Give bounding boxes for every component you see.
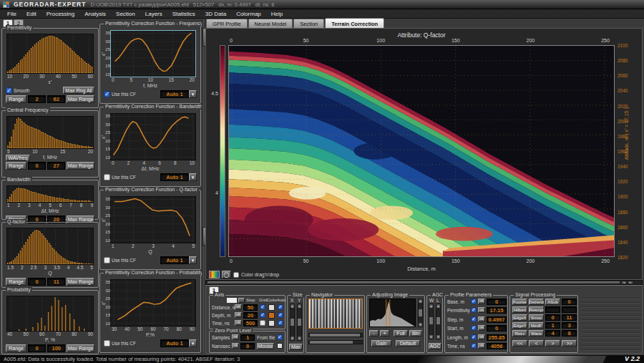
from-file-checkbox[interactable]: ✓ — [277, 334, 283, 340]
param-value[interactable]: 0 — [487, 325, 507, 331]
colorbar[interactable] — [220, 45, 225, 257]
range-high-value[interactable]: 11 — [47, 278, 65, 286]
menu-file[interactable]: File — [3, 10, 21, 18]
slider-down-arrow[interactable]: ▼ — [429, 335, 433, 339]
zoom-tool-button[interactable]: ◯ — [222, 271, 231, 279]
axis-header-input[interactable] — [227, 298, 237, 303]
full-button[interactable]: Full — [394, 330, 408, 337]
param-value[interactable]: 17.15 — [487, 307, 507, 314]
max-rng-all-button[interactable]: Max Rng All — [63, 87, 94, 94]
grid-checkbox[interactable]: ✓ — [260, 312, 265, 318]
sp-edgex[interactable]: EdgeX — [512, 314, 527, 321]
param-value[interactable]: 4056 — [487, 343, 507, 349]
gain-button[interactable]: Gain — [371, 340, 391, 347]
param-value[interactable]: 255.85 — [487, 334, 507, 341]
max-range-button[interactable]: Max Range — [67, 344, 94, 352]
range-low-value[interactable]: 0 — [28, 344, 46, 352]
sp-hilbert[interactable]: Hilbert — [512, 306, 527, 313]
use-cf-checkbox[interactable] — [104, 174, 110, 180]
max-range-button[interactable]: Max Range — [67, 95, 94, 103]
param-checkbox[interactable]: ✓ — [471, 325, 477, 331]
slider-down-arrow[interactable]: ▼ — [436, 335, 440, 339]
auto-checkbox[interactable]: ✓ — [278, 320, 283, 326]
section-plot-area[interactable] — [228, 45, 615, 257]
slider-down-arrow[interactable]: ▼ — [298, 337, 301, 340]
combo-arrow[interactable]: ▾ — [189, 256, 197, 264]
param-value[interactable]: 0.4997 — [487, 316, 507, 323]
slider-thumb[interactable] — [298, 319, 301, 326]
menu-colormap[interactable]: Colormap — [232, 10, 265, 18]
color-swatch[interactable] — [268, 320, 275, 326]
ok-button[interactable]: ok — [232, 334, 239, 340]
range-button[interactable]: Range — [6, 344, 26, 352]
range-high-value[interactable]: 100 — [47, 344, 65, 352]
auto-checkbox[interactable]: ✓ — [278, 312, 283, 318]
param-checkbox[interactable]: ✓ — [471, 316, 477, 322]
menu-section[interactable]: Section — [112, 10, 140, 18]
combo-value[interactable]: Auto 1 — [160, 339, 189, 347]
horizontal-scrollbar[interactable]: ◂ ▸ — [205, 280, 643, 285]
range-low-value[interactable]: 0 — [28, 162, 46, 170]
ok-button[interactable]: ok — [478, 334, 485, 340]
slider-up-arrow[interactable]: ▲ — [436, 304, 440, 308]
step-value[interactable]: 20 — [243, 312, 258, 319]
param-checkbox[interactable]: ✓ — [471, 307, 477, 313]
max-range-button[interactable]: Max Range — [67, 162, 94, 170]
sp-nav-1[interactable]: < — [529, 340, 544, 347]
colormap-button[interactable] — [209, 271, 220, 279]
menu-help[interactable]: Help — [267, 10, 287, 18]
wavfreq-button[interactable]: WAVfreq — [6, 155, 30, 161]
step-value[interactable]: 500 — [243, 320, 258, 326]
sp-value[interactable]: 3 — [562, 322, 577, 329]
range-button[interactable]: Range — [6, 278, 26, 286]
grid-checkbox[interactable]: ✓ — [260, 304, 265, 310]
ok-button[interactable]: ok — [478, 325, 485, 331]
sp-detrend[interactable]: Detrend — [529, 299, 544, 305]
param-checkbox[interactable]: ✓ — [471, 334, 477, 340]
color-dragdrop-checkbox[interactable] — [233, 272, 239, 278]
sp-value[interactable]: 1 — [545, 322, 560, 329]
slider-thumb[interactable] — [291, 319, 294, 326]
sp-value[interactable] — [562, 306, 577, 313]
menu-edit[interactable]: Edit — [22, 10, 41, 18]
range-button[interactable]: Range — [6, 162, 26, 170]
navigator-scrollbar-2[interactable] — [308, 340, 363, 344]
menu-processing[interactable]: Processing — [42, 10, 79, 18]
scrollbar-thumb[interactable] — [310, 334, 360, 337]
scroll-left-button[interactable]: ◂ — [621, 281, 627, 284]
color-swatch[interactable] — [268, 304, 275, 311]
sp-nav-3[interactable]: >> — [562, 340, 577, 347]
default-button[interactable]: Default — [396, 340, 420, 347]
scrollbar-thumb[interactable] — [310, 341, 353, 344]
scrollbar-thumb[interactable] — [207, 281, 620, 284]
param-checkbox[interactable]: ✓ — [471, 343, 477, 349]
slider-thumb[interactable] — [436, 317, 440, 324]
ok-button[interactable]: ok — [478, 307, 485, 313]
sp-res[interactable]: Res+ — [512, 330, 527, 337]
combo-value[interactable]: Auto 1 — [160, 256, 189, 264]
slider-thumb[interactable] — [419, 309, 422, 316]
use-cf-checkbox[interactable]: ✓ — [104, 91, 110, 97]
sp-smoo[interactable]: Smoo — [529, 314, 544, 321]
combo-value[interactable]: Auto 1 — [160, 173, 189, 181]
slider-thumb[interactable] — [429, 317, 433, 324]
sp-value[interactable]: 0 — [562, 299, 577, 305]
menu-3d-data[interactable]: 3D Data — [201, 10, 230, 18]
step-value[interactable]: 50 — [243, 304, 258, 311]
sp-value[interactable]: 11 — [562, 314, 577, 321]
adjust-histogram[interactable] — [369, 299, 416, 327]
param-checkbox[interactable]: ✓ — [471, 299, 477, 304]
slider-up-arrow[interactable]: ▲ — [291, 304, 294, 308]
navigator-image[interactable] — [308, 299, 363, 329]
bin-button[interactable]: Bin — [409, 330, 422, 337]
tab-section[interactable]: Section — [293, 19, 324, 28]
agc-slider-w[interactable]: ▲▼ — [429, 304, 434, 339]
range-low-value[interactable]: 0 — [28, 278, 46, 286]
menu-layers[interactable]: Layers — [141, 10, 167, 18]
ok-button[interactable]: ok — [235, 304, 242, 310]
agc-button[interactable]: AGC — [429, 343, 441, 349]
slider-up-arrow[interactable]: ▲ — [298, 304, 301, 308]
ok-button[interactable]: ok — [232, 343, 239, 349]
slider-up-arrow[interactable]: ▲ — [419, 299, 422, 303]
combo-arrow[interactable]: ▾ — [189, 173, 197, 181]
